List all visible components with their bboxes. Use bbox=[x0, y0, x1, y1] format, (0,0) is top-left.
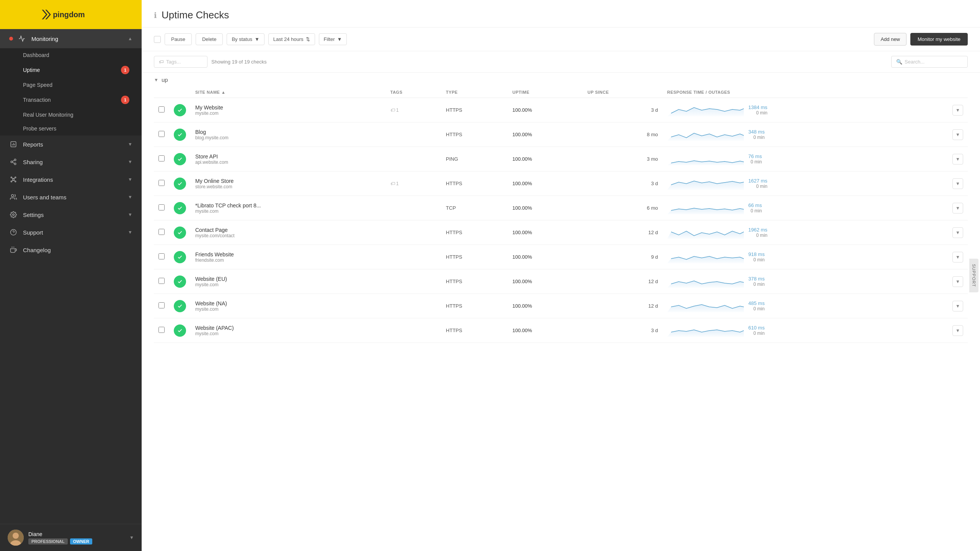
site-url: blog.mysite.com bbox=[195, 135, 381, 140]
response-chart: 485 ms 0 min bbox=[667, 298, 943, 314]
response-outage: 0 min bbox=[756, 184, 767, 189]
svg-point-20 bbox=[13, 214, 15, 216]
sparkline-chart bbox=[667, 224, 744, 241]
sidebar-item-reports[interactable]: Reports ▼ bbox=[0, 135, 142, 153]
search-box[interactable]: 🔍 Search... bbox=[891, 56, 968, 68]
site-url: mysite.com/contact bbox=[195, 233, 381, 238]
row-checkbox[interactable] bbox=[158, 204, 165, 210]
status-filter[interactable]: By status ▼ bbox=[227, 33, 264, 45]
filter-button[interactable]: Filter ▼ bbox=[319, 33, 347, 45]
table-row: My Online Store store.website.com 🏷 1 HT… bbox=[154, 171, 968, 196]
time-filter[interactable]: Last 24 hours ⇅ bbox=[268, 33, 315, 45]
sidebar-item-monitoring[interactable]: Monitoring ▲ bbox=[0, 29, 142, 48]
site-upsince: 6 mo bbox=[583, 196, 663, 220]
tags-input[interactable]: 🏷 Tags... bbox=[154, 56, 207, 68]
row-checkbox[interactable] bbox=[158, 131, 165, 137]
svg-point-27 bbox=[13, 533, 19, 539]
row-action-button[interactable]: ▼ bbox=[952, 227, 963, 238]
page-title: Uptime Checks bbox=[162, 9, 229, 21]
sidebar-item-users-teams[interactable]: Users and teams ▼ bbox=[0, 188, 142, 206]
col-upsince: UP SINCE bbox=[583, 87, 663, 98]
site-url: store.website.com bbox=[195, 184, 381, 189]
site-info: Website (EU) mysite.com bbox=[195, 276, 381, 287]
sidebar-item-uptime[interactable]: Uptime 1 bbox=[0, 62, 142, 78]
row-checkbox[interactable] bbox=[158, 180, 165, 186]
row-action-button[interactable]: ▼ bbox=[952, 325, 963, 336]
sidebar-item-transaction[interactable]: Transaction 1 bbox=[0, 92, 142, 108]
response-ms: 610 ms bbox=[748, 325, 765, 331]
monitoring-icon bbox=[18, 34, 26, 43]
response-info: 918 ms 0 min bbox=[748, 251, 765, 262]
site-info: *Librato TCP check port 8... mysite.com bbox=[195, 202, 381, 214]
pause-button[interactable]: Pause bbox=[165, 33, 192, 45]
users-icon bbox=[9, 193, 18, 201]
svg-point-5 bbox=[14, 159, 16, 161]
user-badges: PROFESSIONAL OWNER bbox=[28, 538, 125, 544]
sidebar-item-probe-servers[interactable]: Probe servers bbox=[0, 122, 142, 135]
row-checkbox[interactable] bbox=[158, 106, 165, 112]
support-tab[interactable]: SUPPORT bbox=[969, 259, 978, 292]
add-new-button[interactable]: Add new bbox=[874, 33, 906, 46]
monitor-website-button[interactable]: Monitor my website bbox=[910, 33, 968, 46]
row-action-button[interactable]: ▼ bbox=[952, 129, 963, 140]
row-checkbox[interactable] bbox=[158, 278, 165, 284]
delete-button[interactable]: Delete bbox=[196, 33, 223, 45]
col-uptime: UPTIME bbox=[508, 87, 583, 98]
response-ms: 378 ms bbox=[748, 276, 765, 282]
user-avatar bbox=[8, 530, 24, 546]
site-upsince: 3 mo bbox=[583, 147, 663, 171]
row-checkbox[interactable] bbox=[158, 229, 165, 235]
row-action-button[interactable]: ▼ bbox=[952, 203, 963, 214]
svg-line-15 bbox=[13, 178, 15, 179]
row-checkbox[interactable] bbox=[158, 327, 165, 333]
changelog-icon bbox=[9, 246, 18, 254]
row-action-button[interactable]: ▼ bbox=[952, 178, 963, 189]
row-checkbox[interactable] bbox=[158, 253, 165, 259]
sidebar-item-settings[interactable]: Settings ▼ bbox=[0, 206, 142, 223]
row-checkbox[interactable] bbox=[158, 155, 165, 161]
site-info: Friends Website friendsite.com bbox=[195, 251, 381, 263]
row-action-button[interactable]: ▼ bbox=[952, 105, 963, 116]
table-row: Blog blog.mysite.com HTTPS 100.00% 8 mo … bbox=[154, 122, 968, 147]
sidebar-item-dashboard[interactable]: Dashboard bbox=[0, 48, 142, 62]
user-profile[interactable]: Diane PROFESSIONAL OWNER ▼ bbox=[0, 524, 142, 551]
site-type: TCP bbox=[441, 196, 508, 220]
integrations-chevron: ▼ bbox=[128, 177, 132, 182]
site-name: My Website bbox=[195, 104, 381, 111]
site-url: mysite.com bbox=[195, 111, 381, 116]
response-outage: 0 min bbox=[751, 208, 762, 214]
table-row: My Website mysite.com 🏷 1 HTTPS 100.00% … bbox=[154, 98, 968, 122]
site-name: Website (EU) bbox=[195, 276, 381, 282]
response-chart: 1384 ms 0 min bbox=[667, 102, 943, 118]
response-ms: 1384 ms bbox=[748, 104, 768, 110]
row-action-button[interactable]: ▼ bbox=[952, 301, 963, 311]
site-type: HTTPS bbox=[441, 98, 508, 122]
monitoring-chevron: ▲ bbox=[128, 36, 132, 41]
col-sitename[interactable]: SITE NAME ▲ bbox=[191, 87, 386, 98]
row-checkbox[interactable] bbox=[158, 302, 165, 308]
sidebar-item-integrations[interactable]: Integrations ▼ bbox=[0, 171, 142, 188]
sidebar-item-rum[interactable]: Real User Monitoring bbox=[0, 108, 142, 122]
status-indicator bbox=[174, 251, 186, 263]
site-uptime: 100.00% bbox=[508, 269, 583, 294]
sharing-icon bbox=[9, 158, 18, 166]
group-header-up[interactable]: ▼ up bbox=[154, 73, 968, 87]
select-all-checkbox[interactable] bbox=[154, 36, 161, 43]
site-url: mysite.com bbox=[195, 282, 381, 287]
monitoring-status-dot bbox=[9, 37, 13, 41]
sidebar-item-support[interactable]: Support ▼ bbox=[0, 223, 142, 241]
status-indicator bbox=[174, 227, 186, 239]
integrations-label: Integrations bbox=[23, 176, 128, 183]
site-info: Website (APAC) mysite.com bbox=[195, 325, 381, 336]
sidebar-item-pagespeed[interactable]: Page Speed bbox=[0, 78, 142, 92]
sidebar-item-sharing[interactable]: Sharing ▼ bbox=[0, 153, 142, 171]
sidebar-item-changelog[interactable]: Changelog bbox=[0, 241, 142, 259]
row-action-button[interactable]: ▼ bbox=[952, 154, 963, 165]
filter-chevron: ▼ bbox=[337, 36, 342, 42]
row-action-button[interactable]: ▼ bbox=[952, 252, 963, 262]
row-action-button[interactable]: ▼ bbox=[952, 276, 963, 287]
sharing-label: Sharing bbox=[23, 159, 128, 165]
logo[interactable]: pingdom bbox=[0, 0, 142, 29]
site-type: HTTPS bbox=[441, 294, 508, 318]
site-name: Website (NA) bbox=[195, 300, 381, 306]
